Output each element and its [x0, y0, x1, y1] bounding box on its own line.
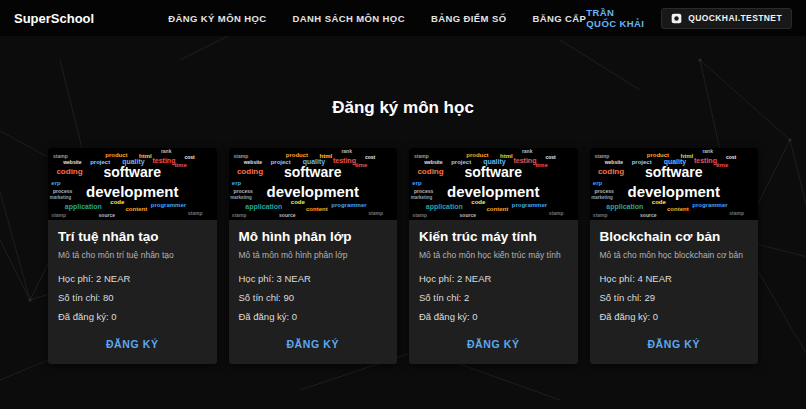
course-fee: Học phí: 3 NEAR	[239, 269, 388, 288]
course-description: Mô tả cho môn trí tuệ nhân tạo	[58, 250, 207, 260]
nav-item-danh-sach-mon-hoc[interactable]: DANH SÁCH MÔN HỌC	[293, 13, 405, 24]
wordcloud-word: stamp	[414, 154, 429, 159]
register-button[interactable]: ĐĂNG KÝ	[637, 334, 710, 354]
course-image: softwaredevelopmentrankhtmlproductqualit…	[229, 148, 398, 220]
wordcloud-word: testing	[694, 157, 717, 164]
course-card: softwaredevelopmentrankhtmlproductqualit…	[229, 148, 398, 364]
wordcloud-word: process	[234, 189, 253, 194]
wordcloud-word: website	[244, 160, 262, 165]
wordcloud-word: erp	[412, 180, 421, 186]
course-card-body: Blockchain cơ bản Mô tả cho môn học bloc…	[590, 220, 759, 330]
course-card-footer: ĐĂNG KÝ	[409, 330, 578, 364]
wordcloud-word: rank	[702, 149, 713, 154]
wordcloud-word: marketing	[411, 196, 433, 201]
nav-item-dang-ky-mon-hoc[interactable]: ĐĂNG KÝ MÔN HỌC	[168, 13, 266, 24]
course-card-body: Kiến trúc máy tính Mô tả cho môn học kiế…	[409, 220, 578, 330]
wordcloud-word: code	[110, 199, 124, 205]
course-description: Mô tả cho môn học kiến trúc máy tính	[419, 250, 568, 260]
course-credits: Số tín chỉ: 2	[419, 288, 568, 307]
wallet-button[interactable]: QUOCKHAI.TESTNET	[661, 8, 792, 29]
wordcloud-word: development	[447, 184, 540, 199]
wordcloud-word: project	[451, 159, 471, 165]
wordcloud-word: marketing	[591, 196, 613, 201]
wordcloud-word: stamp	[595, 154, 610, 159]
course-card: softwaredevelopmentrankhtmlproductqualit…	[590, 148, 759, 364]
wordcloud-word: quality	[303, 158, 326, 165]
course-title: Blockchain cơ bản	[600, 229, 749, 244]
brand-logo[interactable]: SuperSchool	[14, 11, 94, 26]
wordcloud-word: time	[716, 162, 728, 168]
course-fee: Học phí: 4 NEAR	[600, 269, 749, 288]
wordcloud-word: testing	[513, 157, 536, 164]
register-button[interactable]: ĐĂNG KÝ	[457, 334, 530, 354]
course-fee: Học phí: 2 NEAR	[58, 269, 207, 288]
course-card-list: softwaredevelopmentrankhtmlproductqualit…	[0, 148, 806, 364]
wordcloud-word: marketing	[50, 196, 72, 201]
wordcloud-word: project	[632, 159, 652, 165]
wordcloud-word: stamp	[593, 213, 608, 218]
wordcloud-word: code	[291, 199, 305, 205]
wordcloud-word: project	[90, 159, 110, 165]
wordcloud-word: erp	[593, 180, 602, 186]
wordcloud-word: content	[306, 206, 328, 212]
wordcloud-word: software	[464, 165, 522, 179]
course-card-footer: ĐĂNG KÝ	[590, 330, 759, 364]
course-registered: Đã đăng ký: 0	[419, 307, 568, 326]
wordcloud-word: programmer	[151, 202, 186, 208]
wordcloud-word: quality	[483, 158, 506, 165]
wordcloud-word: process	[414, 189, 433, 194]
wordcloud-word: cost	[184, 155, 194, 160]
wordcloud-word: time	[355, 162, 367, 168]
wordcloud-word: stamp	[549, 211, 564, 216]
navbar: SuperSchool ĐĂNG KÝ MÔN HỌC DANH SÁCH MÔ…	[0, 0, 806, 36]
register-button[interactable]: ĐĂNG KÝ	[96, 334, 169, 354]
course-image: softwaredevelopmentrankhtmlproductqualit…	[48, 148, 217, 220]
wordcloud-word: programmer	[512, 202, 547, 208]
wordcloud-word: quality	[664, 158, 687, 165]
course-card: softwaredevelopmentrankhtmlproductqualit…	[409, 148, 578, 364]
wordcloud-word: source	[279, 213, 295, 218]
wallet-button-label: QUOCKHAI.TESTNET	[688, 13, 782, 23]
course-card-body: Mô hình phân lớp Mô tả môn mô hình phân …	[229, 220, 398, 330]
wordcloud-word: application	[426, 203, 463, 210]
wordcloud-word: stamp	[53, 154, 68, 159]
wordcloud-word: content	[126, 206, 148, 212]
register-button[interactable]: ĐĂNG KÝ	[276, 334, 349, 354]
wordcloud-word: code	[652, 199, 666, 205]
user-name-link[interactable]: TRẦN QUỐC KHẢI	[586, 7, 645, 29]
navbar-right: TRẦN QUỐC KHẢI QUOCKHAI.TESTNET	[586, 7, 792, 29]
course-title: Kiến trúc máy tính	[419, 229, 568, 244]
course-credits: Số tín chỉ: 29	[600, 288, 749, 307]
wordcloud-word: software	[103, 165, 161, 179]
wordcloud-word: programmer	[331, 202, 366, 208]
wordcloud-word: stamp	[232, 213, 247, 218]
nav-item-bang-cap[interactable]: BẰNG CẤP	[532, 13, 586, 24]
wordcloud-word: application	[606, 203, 643, 210]
course-card-body: Trí tuệ nhân tạo Mô tả cho môn trí tuệ n…	[48, 220, 217, 330]
wordcloud-word: stamp	[729, 211, 744, 216]
wordcloud-word: coding	[598, 168, 624, 176]
wordcloud-word: source	[99, 213, 115, 218]
wordcloud-word: website	[424, 160, 442, 165]
wordcloud-word: erp	[232, 180, 241, 186]
wordcloud-word: rank	[341, 149, 352, 154]
wordcloud-word: cost	[726, 155, 736, 160]
course-description: Mô tả môn mô hình phân lớp	[239, 250, 388, 260]
wordcloud-word: content	[667, 206, 689, 212]
wordcloud-word: stamp	[368, 211, 383, 216]
wordcloud-word: stamp	[412, 213, 427, 218]
course-image: softwaredevelopmentrankhtmlproductqualit…	[590, 148, 759, 220]
nav-menu: ĐĂNG KÝ MÔN HỌC DANH SÁCH MÔN HỌC BẢNG Đ…	[168, 13, 586, 24]
wordcloud-word: development	[86, 184, 179, 199]
course-registered: Đã đăng ký: 0	[239, 307, 388, 326]
nav-item-bang-diem-so[interactable]: BẢNG ĐIỂM SỐ	[431, 13, 507, 24]
wordcloud-word: testing	[333, 157, 356, 164]
wordcloud-word: development	[266, 184, 359, 199]
wordcloud-word: rank	[161, 149, 172, 154]
wordcloud-word: time	[535, 162, 547, 168]
course-registered: Đã đăng ký: 0	[58, 307, 207, 326]
wordcloud-word: application	[65, 203, 102, 210]
page-title: Đăng ký môn học	[0, 98, 806, 118]
wordcloud-word: quality	[122, 158, 145, 165]
wordcloud-word: website	[63, 160, 81, 165]
